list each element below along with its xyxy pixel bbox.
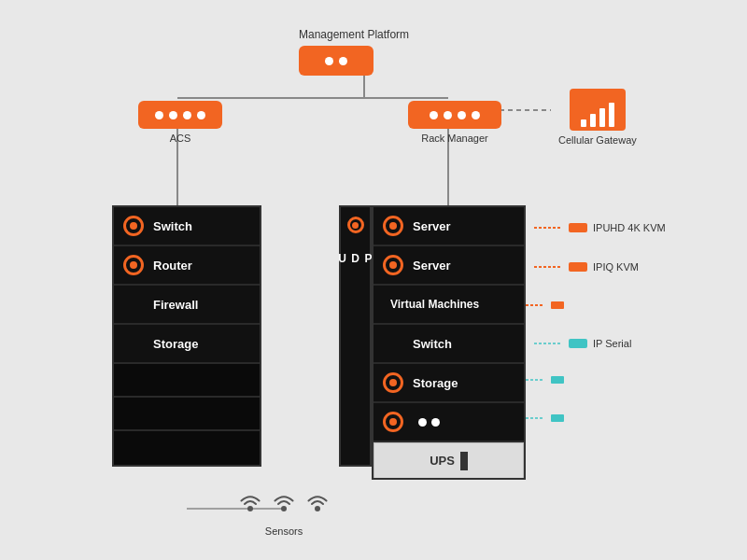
right-rack-item-server2: Server [374, 246, 524, 286]
pdu-label: PDU [336, 252, 375, 269]
server2-label: Server [413, 259, 450, 273]
svg-point-14 [247, 506, 253, 511]
firewall-label: Firewall [153, 298, 198, 312]
left-rack-item-7 [114, 431, 260, 465]
sensors-label: Sensors [265, 525, 303, 537]
server2-icon [383, 255, 403, 275]
right-rack-item-vm: Virtual Machines [374, 286, 524, 325]
right-rack: Server Server Virtual Machines Switch St… [372, 205, 526, 480]
management-container: Management Platform [299, 28, 409, 76]
right-rack-item-switch: Switch [374, 325, 524, 364]
storage-line [526, 375, 549, 385]
vm-rect [551, 301, 564, 309]
misc-icon [383, 412, 403, 432]
server1-icon [383, 216, 403, 236]
acs-block [138, 101, 222, 129]
sensor-icon-2 [272, 493, 296, 523]
storage-connector [526, 375, 564, 385]
pdu-dot [347, 217, 364, 233]
ipuhd-connector: IPUHD 4K KVM [534, 222, 666, 233]
left-rack-item-storage: Storage [114, 325, 260, 364]
misc-dot2 [431, 418, 440, 427]
ipuhd-label: IPUHD 4K KVM [593, 222, 666, 233]
router-icon [123, 255, 144, 275]
ipiq-rect [569, 262, 587, 272]
rm-dots [430, 111, 480, 119]
cellular-icon [570, 89, 626, 131]
left-rack-item-firewall: Firewall [114, 286, 260, 325]
bar3 [599, 108, 605, 127]
sensor-icon-3 [305, 493, 330, 523]
vm-label: Virtual Machines [390, 298, 479, 311]
dot3 [458, 111, 466, 119]
bar1 [581, 119, 586, 127]
ip-serial-connector: IP Serial [534, 338, 631, 349]
rack-manager-label: Rack Manager [408, 133, 501, 144]
pdu-container: PDU [339, 205, 372, 467]
cellular-container: Cellular Gateway [558, 89, 637, 146]
dot2 [444, 111, 452, 119]
ups-battery [460, 452, 468, 470]
right-rack-item-misc [374, 403, 524, 442]
svg-point-16 [315, 506, 320, 511]
dot1 [325, 57, 333, 65]
left-rack-item-5 [114, 364, 260, 398]
dot2 [169, 111, 177, 119]
dot4 [197, 111, 205, 119]
sensor-icons [238, 493, 330, 523]
misc-connector [526, 413, 564, 423]
ip-serial-line [534, 339, 567, 348]
dot3 [183, 111, 191, 119]
management-block [299, 46, 374, 76]
sensor-icon-1 [238, 493, 262, 523]
ipuhd-rect [569, 223, 587, 232]
svg-point-15 [281, 506, 287, 511]
dot1 [430, 111, 438, 119]
storage-label: Storage [153, 337, 198, 351]
management-label: Management Platform [299, 28, 409, 41]
ipiq-line [534, 262, 567, 272]
ipiq-label: IPIQ KVM [593, 261, 639, 273]
ip-serial-label: IP Serial [593, 338, 631, 349]
storage2-label: Storage [413, 376, 458, 390]
ip-serial-rect [569, 339, 587, 348]
sensors-container: Sensors [238, 493, 330, 537]
bar4 [609, 103, 614, 127]
bar2 [590, 114, 596, 127]
cellular-label: Cellular Gateway [558, 134, 637, 146]
switch2-label: Switch [413, 337, 452, 351]
misc-rect [551, 414, 564, 422]
misc-dot1 [418, 418, 427, 427]
dot4 [472, 111, 480, 119]
storage-rect [551, 376, 564, 384]
diagram: Management Platform ACS [0, 0, 747, 560]
right-rack-item-storage: Storage [374, 364, 524, 403]
left-rack-item-6 [114, 398, 260, 431]
left-rack-item-router: Router [114, 246, 260, 286]
ipiq-connector: IPIQ KVM [534, 261, 639, 273]
acs-label: ACS [138, 133, 222, 144]
right-rack-item-server1: Server [374, 207, 524, 246]
left-rack: Switch Router Firewall Storage [112, 205, 261, 467]
misc-dots [418, 418, 440, 427]
management-dots [325, 57, 347, 65]
rack-manager-container: Rack Manager [408, 101, 501, 144]
rack-manager-block [408, 101, 501, 129]
vm-line [526, 301, 549, 310]
dot1 [155, 111, 163, 119]
acs-dots [155, 111, 205, 119]
vm-connector [526, 301, 564, 310]
left-rack-item-switch: Switch [114, 207, 260, 246]
ipuhd-line [534, 223, 567, 232]
switch-label: Switch [153, 219, 192, 233]
switch-icon [123, 216, 144, 236]
ups-label: UPS [430, 454, 455, 468]
dot2 [339, 57, 347, 65]
right-rack-item-ups: UPS [374, 442, 524, 478]
router-label: Router [153, 259, 192, 273]
acs-container: ACS [138, 101, 222, 144]
storage-icon [383, 372, 403, 393]
server1-label: Server [413, 219, 450, 233]
misc-line [526, 413, 549, 423]
